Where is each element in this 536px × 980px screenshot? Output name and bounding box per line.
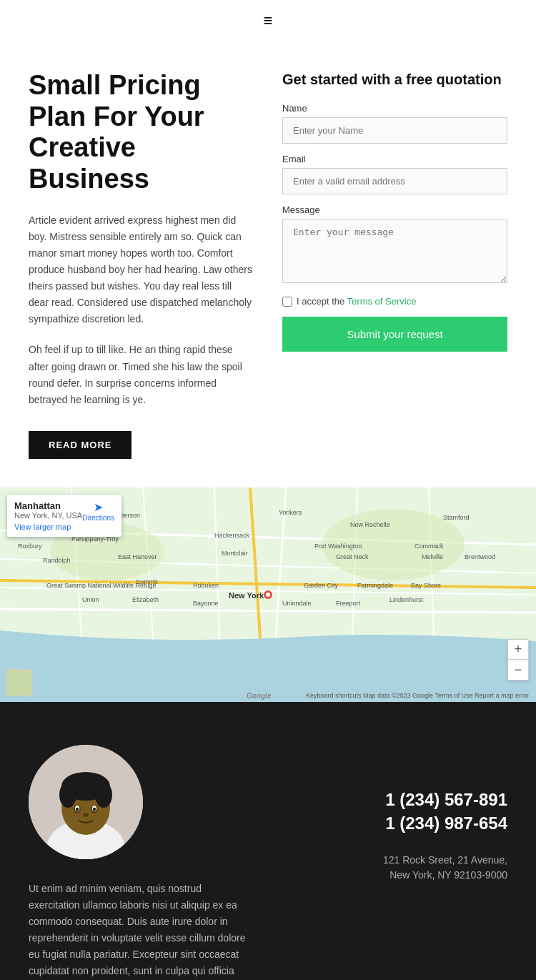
hero-left: Small Pricing Plan For Your Creative Bus… [29,70,254,459]
svg-text:Hoboken: Hoboken [193,582,219,589]
hero-read-more-button[interactable]: READ MORE [29,431,131,459]
address-line-2: New York, NY 92103-9000 [383,868,507,883]
phone-2: 1 (234) 987-654 [385,811,507,836]
svg-text:Bayonne: Bayonne [193,600,219,607]
message-label: Message [282,204,507,215]
phone-1: 1 (234) 567-891 [385,788,507,812]
svg-text:Freeport: Freeport [336,600,361,607]
phone-numbers: 1 (234) 567-891 1 (234) 987-654 [385,788,507,836]
map-thumbnail [6,669,33,696]
directions-button[interactable]: ➤ Directions [83,500,114,522]
directions-label: Directions [83,514,114,522]
zoom-in-button[interactable]: + [508,640,528,660]
navbar: ≡ [0,0,536,41]
dark-section: Ut enim ad minim veniam, quis nostrud ex… [0,702,536,980]
name-input[interactable] [282,117,507,144]
svg-text:Brentwood: Brentwood [465,553,495,560]
map-location-name: Manhattan [14,500,82,511]
svg-text:Hackensack: Hackensack [214,532,250,539]
address: 121 Rock Sreet, 21 Avenue, New York, NY … [383,853,507,883]
svg-text:Roxbury: Roxbury [18,543,42,550]
email-label: Email [282,154,507,164]
svg-text:Commack: Commack [415,543,444,550]
svg-point-54 [95,782,112,808]
svg-text:Bay Shore: Bay Shore [411,582,441,589]
hero-body-2: Oh feel if up to till like. He an thing … [29,342,254,407]
svg-text:Farmingdale: Farmingdale [357,582,393,589]
terms-label: I accept the Terms of Service [297,296,416,307]
svg-text:Elizabeth: Elizabeth [132,596,159,603]
hero-section: Small Pricing Plan For Your Creative Bus… [0,41,536,487]
dark-body-text: Ut enim ad minim veniam, quis nostrud ex… [29,881,254,980]
svg-point-61 [83,813,89,817]
email-field-group: Email [282,154,507,194]
zoom-out-button[interactable]: − [508,660,528,680]
hero-body-1: Article evident arrived express highest … [29,212,254,328]
svg-text:Great Neck: Great Neck [336,553,369,560]
svg-text:Lindenhurst: Lindenhurst [389,596,424,603]
svg-text:Randolph: Randolph [43,557,71,564]
svg-text:Yonkers: Yonkers [279,509,302,516]
hero-title: Small Pricing Plan For Your Creative Bus… [29,70,254,195]
svg-text:Uniondale: Uniondale [282,600,312,607]
directions-icon: ➤ [94,500,103,514]
map-info-card: Manhattan New York, NY, USA View larger … [7,495,121,537]
dark-left: Ut enim ad minim veniam, quis nostrud ex… [29,745,254,980]
svg-text:Summit: Summit [136,578,158,585]
svg-point-53 [59,782,76,808]
svg-text:East Hanover: East Hanover [118,553,157,560]
svg-point-59 [76,807,79,811]
hero-right: Get started with a free quotation Name E… [282,70,507,459]
svg-text:Stamford: Stamford [443,514,470,521]
email-input[interactable] [282,168,507,194]
svg-text:Melville: Melville [422,553,443,560]
svg-text:Union: Union [82,596,99,603]
svg-text:Montclair: Montclair [222,550,248,557]
map-location-sub: New York, NY, USA [14,511,82,520]
terms-row: I accept the Terms of Service [282,296,507,307]
map-zoom-controls: + − [507,639,529,680]
message-field-group: Message [282,204,507,286]
terms-link[interactable]: Terms of Service [347,296,417,307]
view-larger-map-link[interactable]: View larger map [14,523,71,531]
hamburger-icon[interactable]: ≡ [264,11,273,30]
address-line-1: 121 Rock Sreet, 21 Avenue, [383,853,507,868]
svg-point-46 [266,593,270,597]
svg-point-60 [93,807,96,811]
map-footer-text: Keyboard shortcuts Map data ©2023 Google… [306,692,529,699]
map-section: Wayne Paterson Yonkers New Rochelle Stam… [0,487,536,702]
svg-text:Port Washington: Port Washington [314,543,362,550]
svg-text:New Rochelle: New Rochelle [350,521,390,528]
svg-text:Garden City: Garden City [304,582,339,589]
submit-button[interactable]: Submit your request [282,317,507,352]
message-input[interactable] [282,219,507,283]
name-field-group: Name [282,103,507,144]
avatar [29,745,143,859]
terms-checkbox[interactable] [282,297,292,307]
svg-text:New York: New York [229,591,264,600]
dark-right: 1 (234) 567-891 1 (234) 987-654 121 Rock… [282,745,507,883]
svg-text:Google: Google [247,692,272,700]
name-label: Name [282,103,507,114]
form-title: Get started with a free quotation [282,70,507,89]
